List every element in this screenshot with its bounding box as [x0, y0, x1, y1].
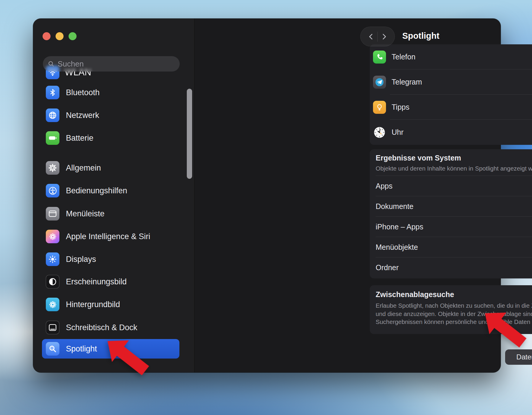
zoom-button[interactable] [69, 32, 77, 40]
phone-app-icon [373, 51, 386, 64]
sun-icon [46, 252, 59, 266]
row-ordner: Ordner [370, 257, 532, 278]
tips-bulb-app-icon [373, 101, 386, 114]
system-results-header: Ergebnisse vom System Objekte und deren … [370, 149, 532, 176]
page-title: Spotlight [402, 31, 439, 41]
telegram-app-icon [373, 76, 386, 89]
sidebar-item-label: Apple Intelligence & Siri [66, 232, 150, 241]
gear-icon [46, 161, 59, 175]
contrast-icon [46, 275, 59, 288]
sidebar-item-batterie[interactable]: Batterie [42, 129, 179, 147]
sidebar-item-menueleiste[interactable]: Menüleiste [42, 204, 179, 223]
sidebar-item-label: Netzwerk [66, 111, 99, 120]
clock-app-icon [373, 126, 386, 139]
row-apps: Apps [370, 176, 532, 196]
row-label: Menüobjekte [376, 243, 418, 252]
sidebar-item-label: Batterie [66, 134, 93, 143]
sidebar: WLAN Suchen Bluetooth Netzwerk [33, 19, 194, 372]
sidebar-item-label: Bluetooth [66, 88, 100, 97]
row-label: iPhone – Apps [376, 223, 423, 231]
search-placeholder: Suchen [58, 59, 84, 69]
row-iphone-apps: iPhone – Apps [370, 217, 532, 237]
content-pane: Spotlight Telefon [194, 19, 501, 372]
app-toggle-group: Telefon Telegram [370, 44, 532, 145]
accessibility-icon [46, 184, 59, 197]
desktop-dock-icon [46, 321, 59, 334]
minimize-button[interactable] [56, 32, 64, 40]
sidebar-item-label: Schreibtisch & Dock [66, 323, 137, 332]
close-button[interactable] [43, 32, 51, 40]
wallpaper-flower-icon [46, 298, 59, 311]
search-icon [48, 60, 55, 67]
row-label: Telegram [392, 78, 422, 86]
row-label: Ordner [376, 263, 399, 272]
menubar-icon [46, 207, 59, 221]
globe-icon [46, 108, 59, 122]
battery-icon [46, 131, 59, 145]
row-label: Dokumente [376, 202, 413, 211]
sidebar-item-bedienungshilfen[interactable]: Bedienungshilfen [42, 181, 179, 200]
sidebar-item-allgemein[interactable]: Allgemein [42, 158, 179, 177]
row-label: Uhr [392, 128, 403, 137]
row-tipps: Tipps [370, 95, 532, 120]
nav-back-forward [360, 27, 395, 46]
section-heading: Zwischenablagesuche [376, 290, 532, 299]
sidebar-scrollbar[interactable] [187, 89, 192, 179]
sidebar-item-label: Hintergrundbild [66, 300, 120, 309]
sidebar-item-label: Spotlight [66, 344, 97, 354]
sidebar-item-erscheinungsbild[interactable]: Erscheinungsbild [42, 272, 179, 291]
sidebar-item-apple-intelligence-siri[interactable]: Apple Intelligence & Siri [42, 227, 179, 246]
sidebar-item-label: Menüleiste [66, 209, 105, 218]
sidebar-item-label: Displays [66, 255, 96, 264]
row-dokumente: Dokumente i [370, 196, 532, 217]
desktop: { "window": { "app": "Systemeinstellunge… [0, 0, 532, 415]
search-input[interactable]: Suchen [43, 56, 180, 72]
sidebar-item-bluetooth[interactable]: Bluetooth [42, 83, 179, 102]
row-uhr: Uhr [370, 120, 532, 145]
section-heading: Ergebnisse vom System [376, 154, 532, 162]
back-chevron-icon[interactable] [367, 33, 375, 40]
sidebar-item-label: Allgemein [66, 163, 101, 173]
sidebar-item-label: Erscheinungsbild [66, 277, 127, 286]
magnifier-icon [46, 342, 59, 356]
row-telegram: Telegram [370, 69, 532, 95]
row-label: Telefon [392, 53, 416, 61]
row-menueobjekte: Menüobjekte [370, 237, 532, 257]
section-description: Objekte und deren Inhalte können in Spot… [376, 164, 532, 172]
forward-chevron-icon[interactable] [380, 33, 388, 40]
sidebar-item-hintergrundbild[interactable]: Hintergrundbild [42, 295, 179, 314]
sidebar-item-netzwerk[interactable]: Netzwerk [42, 106, 179, 125]
siri-flower-icon [46, 230, 59, 243]
bluetooth-icon [46, 86, 59, 99]
row-label: Apps [376, 182, 392, 190]
row-label: Tipps [392, 103, 409, 111]
sidebar-item-schreibtisch-dock[interactable]: Schreibtisch & Dock [42, 318, 179, 337]
nav-divider [377, 32, 378, 42]
sidebar-item-displays[interactable]: Displays [42, 250, 179, 269]
system-settings-window: WLAN Suchen Bluetooth Netzwerk [33, 19, 501, 372]
sidebar-item-label: Bedienungshilfen [66, 186, 127, 195]
row-telefon: Telefon [370, 44, 532, 69]
system-results-group: Ergebnisse vom System Objekte und deren … [370, 149, 532, 278]
